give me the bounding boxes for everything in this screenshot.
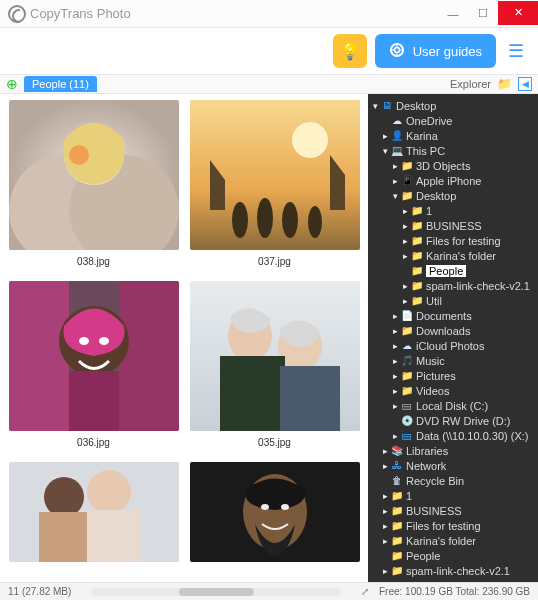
tree-item[interactable]: 💿DVD RW Drive (D:) — [370, 413, 536, 428]
tree-item[interactable]: 🗑Recycle Bin — [370, 473, 536, 488]
explorer-tree[interactable]: ▾🖥Desktop☁OneDrive▸👤Karina▾💻This PC▸📁3D … — [368, 94, 538, 582]
add-button[interactable]: ⊕ — [0, 76, 24, 92]
main-split: 038.jpg 037.jpg 036.jpg 035.jpg — [0, 94, 538, 582]
maximize-button[interactable]: ☐ — [468, 3, 498, 25]
tree-expand-icon[interactable]: ▸ — [380, 521, 390, 531]
close-button[interactable]: ✕ — [498, 1, 538, 25]
bin-icon: 🗑 — [390, 475, 404, 486]
tree-item[interactable]: ▸📁Karina's folder — [370, 533, 536, 548]
tree-expand-icon[interactable]: ▸ — [400, 296, 410, 306]
tree-expand-icon[interactable]: ▾ — [370, 101, 380, 111]
tree-item[interactable]: ▸🖧Network — [370, 458, 536, 473]
tree-item-label: Data (\\10.10.0.30) (X:) — [416, 430, 529, 442]
tree-expand-icon[interactable]: ▸ — [390, 401, 400, 411]
folder-icon: 📁 — [400, 385, 414, 396]
thumbnail-cell[interactable] — [6, 462, 181, 562]
dvd-icon: 💿 — [400, 415, 414, 426]
tree-item[interactable]: ▸📁Util — [370, 293, 536, 308]
tree-item[interactable]: ▸🖴Local Disk (C:) — [370, 398, 536, 413]
thumbnail-caption: 036.jpg — [77, 437, 110, 448]
thumbnail-image — [190, 100, 360, 250]
tree-expand-icon[interactable]: ▸ — [390, 356, 400, 366]
expand-icon[interactable]: ⤢ — [361, 586, 369, 597]
tree-expand-icon[interactable]: ▸ — [390, 161, 400, 171]
tree-item[interactable]: ▸🎵Music — [370, 353, 536, 368]
tips-button[interactable]: 💡 — [333, 34, 367, 68]
tree-item[interactable]: ▸📁Karina's folder — [370, 248, 536, 263]
status-bar: 11 (27.82 MB) ⤢ Free: 100.19 GB Total: 2… — [0, 582, 538, 600]
open-folder-icon[interactable]: 📁 — [497, 77, 512, 91]
tree-item[interactable]: ▸📁Files for testing — [370, 518, 536, 533]
tree-expand-icon[interactable]: ▸ — [390, 386, 400, 396]
window-buttons: — ☐ ✕ — [438, 3, 538, 25]
tree-item[interactable]: ▾💻This PC — [370, 143, 536, 158]
tree-item[interactable]: ▸👤Karina — [370, 128, 536, 143]
tree-item[interactable]: ▸📁BUSINESS — [370, 218, 536, 233]
tree-item[interactable]: ☁OneDrive — [370, 113, 536, 128]
tree-item[interactable]: ▸📁1 — [370, 203, 536, 218]
tree-item[interactable]: ▾📁Desktop — [370, 188, 536, 203]
tree-item[interactable]: ▸📁Files for testing — [370, 233, 536, 248]
thumbnail-cell[interactable]: 037.jpg — [187, 100, 362, 275]
tree-item[interactable]: 📁People — [370, 263, 536, 278]
thumbnail-cell[interactable] — [187, 462, 362, 562]
tree-item-label: 3D Objects — [416, 160, 470, 172]
tree-expand-icon[interactable]: ▸ — [390, 311, 400, 321]
tree-expand-icon[interactable]: ▾ — [390, 191, 400, 201]
netdrive-icon: 🖴 — [400, 430, 414, 441]
folder-icon: 📁 — [400, 370, 414, 381]
tree-expand-icon[interactable]: ▸ — [400, 236, 410, 246]
plus-icon: ⊕ — [6, 76, 18, 92]
tree-expand-icon[interactable]: ▸ — [390, 176, 400, 186]
tree-item[interactable]: ▸📁BUSINESS — [370, 503, 536, 518]
tree-expand-icon[interactable]: ▸ — [380, 506, 390, 516]
tree-expand-icon[interactable]: ▸ — [390, 431, 400, 441]
tree-expand-icon[interactable]: ▸ — [380, 566, 390, 576]
tree-expand-icon[interactable]: ▸ — [390, 341, 400, 351]
tree-expand-icon[interactable]: ▸ — [380, 461, 390, 471]
tree-expand-icon[interactable]: ▾ — [380, 146, 390, 156]
collapse-panel-button[interactable]: ◀ — [518, 77, 532, 91]
tree-item[interactable]: ▸📁Videos — [370, 383, 536, 398]
tree-expand-icon[interactable]: ▸ — [400, 251, 410, 261]
tree-item[interactable]: ▸📁3D Objects — [370, 158, 536, 173]
tree-expand-icon[interactable]: ▸ — [390, 326, 400, 336]
svg-point-22 — [99, 337, 109, 345]
tree-expand-icon[interactable]: ▸ — [400, 206, 410, 216]
tree-item[interactable]: ▸📱Apple iPhone — [370, 173, 536, 188]
tree-item[interactable]: ▸🖴Data (\\10.10.0.30) (X:) — [370, 428, 536, 443]
drive-icon: 🖴 — [400, 400, 414, 411]
tree-item[interactable]: ▸📁spam-link-check-v2.1 — [370, 563, 536, 578]
breadcrumb-tab[interactable]: People (11) — [24, 76, 97, 92]
user-guides-button[interactable]: User guides — [375, 34, 496, 68]
thumbnail-cell[interactable]: 035.jpg — [187, 281, 362, 456]
tree-expand-icon[interactable]: ▸ — [380, 131, 390, 141]
lifebuoy-icon — [389, 42, 405, 61]
tree-expand-icon[interactable]: ▸ — [380, 536, 390, 546]
tree-item[interactable]: ▸📁Downloads — [370, 323, 536, 338]
tree-expand-icon[interactable]: ▸ — [400, 281, 410, 291]
menu-button[interactable]: ☰ — [504, 34, 528, 68]
tree-item-label: Videos — [416, 385, 449, 397]
tree-item[interactable]: 📁People — [370, 548, 536, 563]
tree-item[interactable]: ▸☁iCloud Photos — [370, 338, 536, 353]
thumbnail-cell[interactable]: 038.jpg — [6, 100, 181, 275]
folder-icon: 📁 — [410, 235, 424, 246]
phone-icon: 📱 — [400, 175, 414, 186]
minimize-button[interactable]: — — [438, 3, 468, 25]
tree-item[interactable]: ▸📚Libraries — [370, 443, 536, 458]
tree-expand-icon[interactable]: ▸ — [400, 221, 410, 231]
thumbnail-scrollbar[interactable] — [91, 588, 341, 596]
tree-item[interactable]: ▾🖥Desktop — [370, 98, 536, 113]
folder-icon: 📁 — [410, 295, 424, 306]
tree-item[interactable]: ▸📁Pictures — [370, 368, 536, 383]
svg-point-37 — [281, 504, 289, 510]
tree-expand-icon[interactable]: ▸ — [380, 491, 390, 501]
thumbnail-caption: 035.jpg — [258, 437, 291, 448]
tree-item[interactable]: ▸📄Documents — [370, 308, 536, 323]
tree-expand-icon[interactable]: ▸ — [390, 371, 400, 381]
tree-item[interactable]: ▸📁1 — [370, 488, 536, 503]
tree-expand-icon[interactable]: ▸ — [380, 446, 390, 456]
thumbnail-cell[interactable]: 036.jpg — [6, 281, 181, 456]
tree-item[interactable]: ▸📁spam-link-check-v2.1 — [370, 278, 536, 293]
